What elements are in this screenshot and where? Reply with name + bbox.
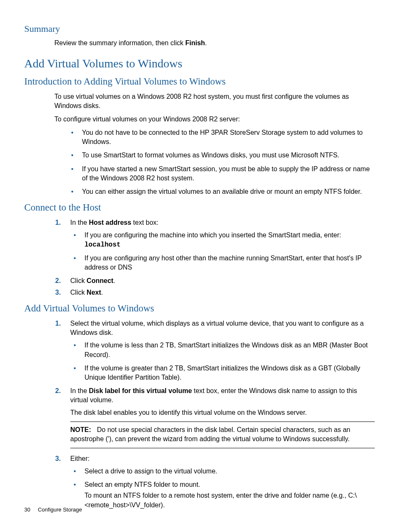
connect-step-1: In the Host address text box: If you are… bbox=[54, 218, 375, 272]
add-step-2: In the Disk label for this virtual volum… bbox=[54, 386, 375, 448]
page-number: 30 bbox=[24, 506, 30, 513]
add-step1-sub-a: If the volume is less than 2 TB, SmartSt… bbox=[70, 341, 375, 359]
intro-body: To use virtual volumes on a Windows 2008… bbox=[54, 92, 375, 196]
connect-step1-post: text box: bbox=[131, 219, 159, 226]
summary-finish-bold: Finish bbox=[185, 39, 205, 46]
summary-text-post: . bbox=[205, 39, 207, 46]
note-label: NOTE: bbox=[70, 426, 91, 433]
note-body: Do not use special characters in the dis… bbox=[70, 426, 350, 442]
page-footer: 30Configure Storage bbox=[24, 506, 82, 513]
add-step2-bold: Disk label for this virtual volume bbox=[89, 387, 192, 394]
intro-p1: To use virtual volumes on a Windows 2008… bbox=[54, 92, 375, 111]
connect-step3-bold: Next bbox=[87, 289, 101, 296]
summary-text-pre: Review the summary information, then cli… bbox=[54, 39, 185, 46]
add-step3-sub-b-p2: To mount an NTFS folder to a remote host… bbox=[84, 491, 375, 509]
heading-intro: Introduction to Adding Virtual Volumes t… bbox=[24, 76, 375, 87]
add-step1-text: Select the virtual volume, which display… bbox=[70, 320, 364, 336]
heading-add-vv: Add Virtual Volumes to Windows bbox=[24, 57, 375, 70]
intro-p2: To configure virtual volumes on your Win… bbox=[54, 115, 375, 124]
connect-step-3: Click Next. bbox=[54, 288, 375, 297]
add-step3-sub-b-p2-wrap: To mount an NTFS folder to a remote host… bbox=[84, 491, 375, 509]
add-step3-text: Either: bbox=[70, 455, 90, 462]
note-block: NOTE:Do not use special characters in th… bbox=[70, 421, 375, 448]
heading-add-section: Add Virtual Volumes to Windows bbox=[24, 303, 375, 314]
add-step3-sub-b-text: Select an empty NTFS folder to mount. bbox=[84, 481, 200, 488]
connect-step1-pre: In the bbox=[70, 219, 89, 226]
add-step-1: Select the virtual volume, which display… bbox=[54, 319, 375, 382]
connect-step1-sub-b: If you are configuring any host other th… bbox=[70, 254, 375, 272]
connect-step2-pre: Click bbox=[70, 277, 87, 284]
add-step3-sub: Select a drive to assign to the virtual … bbox=[70, 467, 375, 509]
connect-localhost-mono: localhost bbox=[84, 241, 120, 249]
connect-step3-pre: Click bbox=[70, 289, 87, 296]
connect-step-2: Click Connect. bbox=[54, 276, 375, 285]
intro-bullet-4: You can either assign the virtual volume… bbox=[69, 187, 375, 196]
add-step1-sub: If the volume is less than 2 TB, SmartSt… bbox=[70, 341, 375, 382]
connect-step1-sub: If you are configuring the machine into … bbox=[70, 231, 375, 272]
connect-step1-sub-a-pre: If you are configuring the machine into … bbox=[84, 231, 341, 239]
add-step-3: Either: Select a drive to assign to the … bbox=[54, 454, 375, 509]
document-page: Summary Review the summary information, … bbox=[0, 0, 399, 532]
footer-section: Configure Storage bbox=[38, 506, 82, 513]
add-step3-sub-b: Select an empty NTFS folder to mount. To… bbox=[70, 480, 375, 509]
connect-step1-bold: Host address bbox=[89, 219, 131, 226]
connect-step3-post: . bbox=[101, 289, 103, 296]
connect-step2-bold: Connect bbox=[87, 277, 113, 284]
intro-bullet-3: If you have started a new SmartStart ses… bbox=[69, 164, 375, 183]
add-section-body: Select the virtual volume, which display… bbox=[54, 319, 375, 509]
connect-step2-post: . bbox=[113, 277, 115, 284]
intro-bullet-2: To use SmartStart to format volumes as W… bbox=[69, 151, 375, 160]
heading-summary: Summary bbox=[24, 23, 375, 34]
intro-bullet-1: You do not have to be connected to the H… bbox=[69, 128, 375, 146]
summary-body: Review the summary information, then cli… bbox=[54, 39, 375, 48]
connect-body: In the Host address text box: If you are… bbox=[54, 218, 375, 298]
connect-step1-sub-a: If you are configuring the machine into … bbox=[70, 231, 375, 249]
heading-connect: Connect to the Host bbox=[24, 202, 375, 213]
add-step3-sub-a: Select a drive to assign to the virtual … bbox=[70, 467, 375, 476]
add-step2-p2: The disk label enables you to identify t… bbox=[70, 408, 375, 417]
add-step1-sub-b: If the volume is greater than 2 TB, Smar… bbox=[70, 364, 375, 382]
summary-text: Review the summary information, then cli… bbox=[54, 39, 375, 48]
add-steps: Select the virtual volume, which display… bbox=[54, 319, 375, 509]
add-step2-pre: In the bbox=[70, 387, 89, 394]
intro-bullets: You do not have to be connected to the H… bbox=[69, 128, 375, 196]
connect-steps: In the Host address text box: If you are… bbox=[54, 218, 375, 298]
